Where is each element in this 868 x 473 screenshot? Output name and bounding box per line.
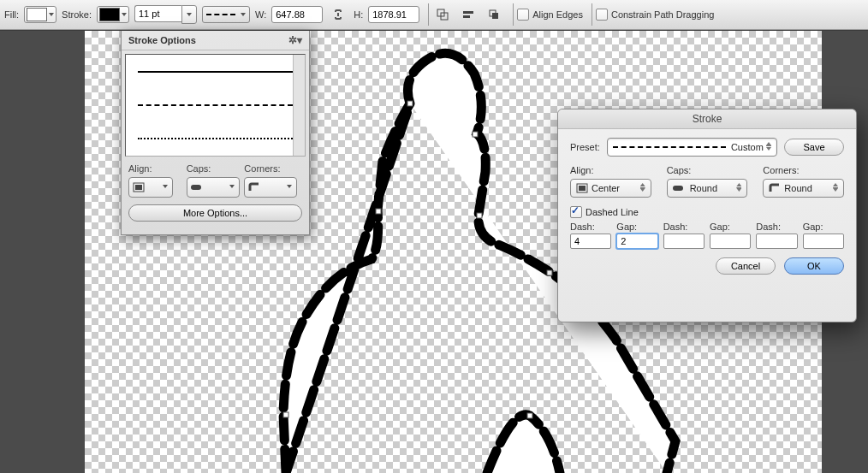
dialog-title: Stroke <box>558 109 856 129</box>
preset-select[interactable]: Custom <box>607 138 777 157</box>
separator <box>513 3 514 26</box>
stroke-style-list[interactable] <box>125 54 306 157</box>
align-center-icon <box>133 182 145 192</box>
dashed-line-checkbox[interactable] <box>570 206 582 218</box>
width-input[interactable] <box>271 6 323 23</box>
stroke-options-flyout: Stroke Options ✲▾ Align: Caps: <box>121 31 310 235</box>
path-align-icon[interactable] <box>458 5 479 24</box>
stroke-swatch-icon <box>99 8 120 21</box>
dashed-style-icon <box>206 14 235 15</box>
width-label: W: <box>255 9 266 20</box>
style-solid-row[interactable] <box>138 71 293 73</box>
cap-round-icon <box>191 183 205 192</box>
flyout-corners-label: Corners: <box>244 163 302 174</box>
path-combine-icon[interactable] <box>432 5 453 24</box>
flyout-title-text: Stroke Options <box>128 35 196 45</box>
dialog-align-select[interactable]: Center <box>570 179 651 198</box>
link-wh-icon[interactable] <box>328 5 348 24</box>
flyout-corners-select[interactable] <box>244 177 297 198</box>
preset-value-text: Custom <box>731 142 764 152</box>
stroke-dialog: Stroke Preset: Custom Save Align: Center <box>557 109 857 322</box>
style-dotted-row[interactable] <box>138 138 293 139</box>
svg-rect-11 <box>283 412 288 417</box>
separator <box>592 3 592 26</box>
svg-rect-9 <box>547 270 552 275</box>
dash-label-1: Gap: <box>616 222 657 232</box>
flyout-title-bar: Stroke Options ✲▾ <box>122 31 309 50</box>
dash-input-3[interactable] <box>710 234 751 249</box>
svg-rect-2 <box>463 11 473 14</box>
dialog-align-value: Center <box>592 183 620 193</box>
constrain-checkbox[interactable] <box>596 9 608 21</box>
height-label: H: <box>354 9 363 20</box>
flyout-caps-label: Caps: <box>187 163 245 174</box>
separator <box>428 3 429 26</box>
svg-rect-14 <box>135 185 142 190</box>
fill-swatch-icon <box>27 8 47 21</box>
corner-round-icon <box>769 183 781 193</box>
stroke-label: Stroke: <box>62 9 92 20</box>
dialog-caps-value: Round <box>690 183 717 193</box>
preset-dash-icon <box>613 146 726 148</box>
stroke-width-field[interactable] <box>134 5 197 24</box>
dash-label-0: Dash: <box>570 222 611 232</box>
cancel-button[interactable]: Cancel <box>716 257 776 275</box>
stroke-style-button[interactable] <box>202 6 250 23</box>
align-edges-checkbox[interactable] <box>517 9 529 21</box>
dash-input-0[interactable] <box>570 234 611 249</box>
svg-rect-7 <box>473 132 478 137</box>
align-center-icon <box>576 183 588 193</box>
fill-label: Fill: <box>4 9 19 20</box>
dash-input-1[interactable] <box>616 234 657 249</box>
svg-rect-18 <box>673 186 683 191</box>
dialog-corners-select[interactable]: Round <box>763 179 844 198</box>
svg-rect-5 <box>492 13 498 19</box>
more-options-button[interactable]: More Options... <box>128 204 302 222</box>
align-edges-label: Align Edges <box>532 9 583 20</box>
svg-rect-17 <box>579 186 586 191</box>
svg-rect-15 <box>191 185 201 190</box>
style-list-scrollbar[interactable] <box>293 55 305 156</box>
dialog-corners-value: Round <box>784 183 812 193</box>
svg-rect-12 <box>527 413 532 418</box>
cap-round-icon <box>673 184 687 192</box>
flyout-align-select[interactable] <box>128 177 173 198</box>
dialog-caps-label: Caps: <box>667 165 748 175</box>
flyout-caps-select[interactable] <box>187 177 240 198</box>
style-dashed-row[interactable] <box>138 104 293 106</box>
dash-label-2: Dash: <box>663 222 705 232</box>
options-bar: Fill: Stroke: W: H: Align Edges Constrai… <box>0 0 868 30</box>
dash-input-4[interactable] <box>756 234 797 249</box>
corner-round-icon <box>248 182 260 192</box>
stroke-width-dropdown[interactable] <box>181 5 197 24</box>
dialog-align-label: Align: <box>570 165 651 175</box>
height-input[interactable] <box>368 6 419 23</box>
svg-rect-3 <box>463 15 470 18</box>
dialog-caps-select[interactable]: Round <box>667 179 748 198</box>
flyout-align-label: Align: <box>128 163 187 174</box>
gear-icon[interactable]: ✲▾ <box>288 34 302 46</box>
stroke-width-input[interactable] <box>134 5 181 22</box>
svg-rect-6 <box>407 101 413 106</box>
dash-label-4: Dash: <box>756 222 797 232</box>
dash-label-3: Gap: <box>710 222 751 232</box>
svg-rect-8 <box>477 213 482 218</box>
ok-button[interactable]: OK <box>784 257 844 275</box>
dash-input-2[interactable] <box>663 234 705 249</box>
dialog-corners-label: Corners: <box>763 165 844 175</box>
preset-label: Preset: <box>570 142 600 152</box>
dash-label-5: Gap: <box>803 222 844 232</box>
dashed-line-label: Dashed Line <box>586 207 639 217</box>
fill-swatch-button[interactable] <box>24 6 56 23</box>
save-preset-button[interactable]: Save <box>784 139 844 156</box>
stroke-swatch-button[interactable] <box>97 6 129 23</box>
svg-rect-10 <box>376 209 381 214</box>
path-arrange-icon[interactable] <box>484 5 504 24</box>
constrain-label: Constrain Path Dragging <box>611 9 714 20</box>
dash-input-5[interactable] <box>803 234 844 249</box>
